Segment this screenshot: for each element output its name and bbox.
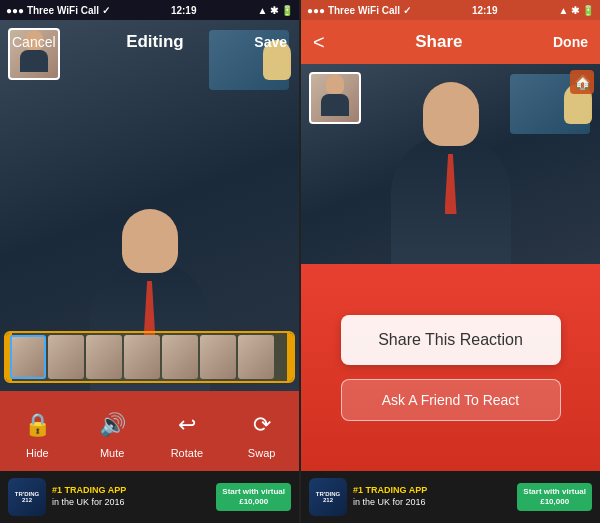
thumb-4[interactable] xyxy=(124,335,160,379)
nav-bar-left: Cancel Editing Save xyxy=(0,20,299,64)
save-button[interactable]: Save xyxy=(254,34,287,50)
ad-logo-left: TR'DING 212 xyxy=(8,478,46,516)
mute-label: Mute xyxy=(100,447,124,459)
share-pip-head xyxy=(326,74,344,94)
share-video: 🏠 xyxy=(301,64,600,264)
ad-cta-right[interactable]: Start with virtual £10,000 xyxy=(517,483,592,512)
presenter-head xyxy=(122,209,178,273)
time-right: 12:19 xyxy=(472,5,498,16)
ad-bar-left[interactable]: TR'DING 212 #1 TRADING APP in the UK for… xyxy=(0,471,299,523)
back-button[interactable]: < xyxy=(313,31,325,54)
share-presenter-head xyxy=(423,82,479,146)
swap-label: Swap xyxy=(248,447,276,459)
mute-icon: 🔊 xyxy=(94,407,130,443)
main-video xyxy=(0,20,299,391)
edit-toolbar: 🔒 Hide 🔊 Mute ↩ Rotate ⟳ Swap xyxy=(0,391,299,471)
thumb-3[interactable] xyxy=(86,335,122,379)
rotate-label: Rotate xyxy=(171,447,203,459)
share-reaction-button[interactable]: Share This Reaction xyxy=(341,315,561,365)
thumb-5[interactable] xyxy=(162,335,198,379)
swap-tool[interactable]: ⟳ Swap xyxy=(244,407,280,459)
hide-icon: 🔒 xyxy=(19,407,55,443)
status-bar-right: ●●● Three WiFi Call ✓ 12:19 ▲ ✱ 🔋 xyxy=(301,0,600,20)
status-bar-left: ●●● Three WiFi Call ✓ 12:19 ▲ ✱ 🔋 xyxy=(0,0,299,20)
cancel-button[interactable]: Cancel xyxy=(12,34,56,50)
time-left: 12:19 xyxy=(171,5,197,16)
scrubber-right[interactable] xyxy=(287,333,293,381)
thumb-7[interactable] xyxy=(238,335,274,379)
carrier-right: ●●● Three WiFi Call ✓ xyxy=(307,5,411,16)
icons-right: ▲ ✱ 🔋 xyxy=(559,5,594,16)
thumbnail-strip[interactable] xyxy=(4,331,295,383)
ad-bar-right[interactable]: TR'DING 212 #1 TRADING APP in the UK for… xyxy=(301,471,600,523)
ad-cta-left[interactable]: Start with virtual £10,000 xyxy=(216,483,291,512)
editing-title: Editing xyxy=(126,32,184,52)
share-buttons-area: Share This Reaction Ask A Friend To Reac… xyxy=(301,264,600,471)
rotate-tool[interactable]: ↩ Rotate xyxy=(169,407,205,459)
rotate-icon: ↩ xyxy=(169,407,205,443)
icons-left: ▲ ✱ 🔋 xyxy=(258,5,293,16)
mute-tool[interactable]: 🔊 Mute xyxy=(94,407,130,459)
editing-panel: ●●● Three WiFi Call ✓ 12:19 ▲ ✱ 🔋 Cancel… xyxy=(0,0,299,523)
hide-tool[interactable]: 🔒 Hide xyxy=(19,407,55,459)
thumb-2[interactable] xyxy=(48,335,84,379)
ad-text-right: #1 TRADING APP in the UK for 2016 xyxy=(353,485,427,508)
nav-bar-right: < Share Done xyxy=(301,20,600,64)
thumb-6[interactable] xyxy=(200,335,236,379)
hide-label: Hide xyxy=(26,447,49,459)
done-button[interactable]: Done xyxy=(553,34,588,50)
share-title: Share xyxy=(415,32,462,52)
ad-text-left: #1 TRADING APP in the UK for 2016 xyxy=(52,485,126,508)
swap-icon: ⟳ xyxy=(244,407,280,443)
share-panel: ●●● Three WiFi Call ✓ 12:19 ▲ ✱ 🔋 < Shar… xyxy=(301,0,600,523)
share-pip xyxy=(309,72,361,124)
home-icon: 🏠 xyxy=(570,70,594,94)
ask-friend-button[interactable]: Ask A Friend To React xyxy=(341,379,561,421)
share-pip-body xyxy=(321,94,349,116)
carrier-left: ●●● Three WiFi Call ✓ xyxy=(6,5,110,16)
ad-logo-right: TR'DING 212 xyxy=(309,478,347,516)
thumb-1[interactable] xyxy=(10,335,46,379)
